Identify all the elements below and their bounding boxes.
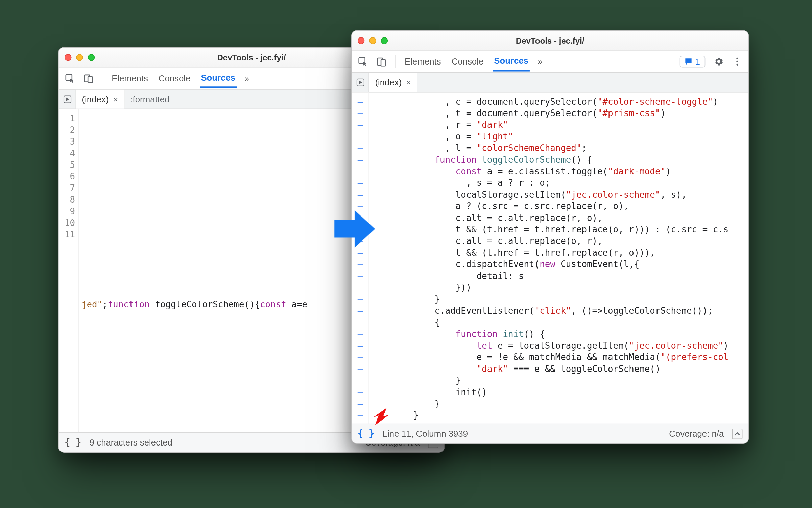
tab-sources[interactable]: Sources — [493, 51, 530, 71]
code-line[interactable]: function toggleColorScheme() { — [372, 154, 748, 166]
code-line[interactable]: { — [372, 316, 748, 328]
inspect-element-icon[interactable] — [358, 56, 368, 67]
issues-badge[interactable]: 1 — [680, 55, 705, 67]
pretty-print-icon[interactable]: { } — [358, 428, 375, 439]
device-toolbar-icon[interactable] — [376, 56, 387, 67]
titlebar[interactable]: DevTools - jec.fyi/ — [352, 31, 748, 50]
code-line[interactable]: , l = "colorSchemeChanged"; — [372, 142, 748, 154]
code-line[interactable]: const a = e.classList.toggle("dark-mode"… — [372, 166, 748, 177]
tab-elements[interactable]: Elements — [111, 69, 149, 88]
code-line[interactable]: c.alt = c.alt.replace(o, r), — [372, 235, 748, 247]
file-tabstrip: (index)× — [352, 73, 748, 92]
code-line[interactable]: init() — [372, 386, 748, 398]
code-line[interactable]: e = !e && matchMedia && matchMedia("(pre… — [372, 352, 748, 363]
code-line[interactable]: , t = document.querySelector("#prism-css… — [372, 107, 748, 119]
status-message: Line 11, Column 3939 — [383, 429, 468, 438]
navigator-toggle-icon[interactable] — [59, 90, 76, 109]
close-icon[interactable] — [65, 54, 72, 61]
issues-count: 1 — [695, 57, 700, 66]
svg-point-7 — [736, 57, 738, 59]
zoom-icon[interactable] — [381, 37, 388, 44]
code-line[interactable]: } — [372, 398, 748, 409]
code-line[interactable]: , o = "light" — [372, 131, 748, 142]
tab-sources[interactable]: Sources — [200, 68, 237, 88]
code-line[interactable]: function init() { — [372, 328, 748, 340]
code-line[interactable]: , s = a ? r : o; — [372, 177, 748, 189]
line-gutter: 1234567891011 — [59, 109, 79, 432]
file-tab-index[interactable]: (index)× — [76, 90, 124, 109]
minimize-icon[interactable] — [76, 54, 83, 61]
file-tab-label: (index) — [375, 77, 402, 87]
minimize-icon[interactable] — [369, 37, 376, 44]
code-line[interactable]: a ? (c.src = c.src.replace(r, o), — [372, 200, 748, 212]
window-title: DevTools - jec.fyi/ — [352, 36, 748, 45]
settings-icon[interactable] — [713, 56, 724, 67]
code-editor[interactable]: –––––––––––––––––––––––––––– , c = docum… — [352, 92, 748, 423]
svg-rect-2 — [88, 76, 92, 82]
code-line[interactable]: c.dispatchEvent(new CustomEvent(l,{ — [372, 258, 748, 270]
code-line[interactable]: t && (t.href = t.href.replace(r, o))), — [372, 247, 748, 258]
inspect-element-icon[interactable] — [65, 73, 75, 83]
file-tab-label: (index) — [82, 94, 109, 104]
file-tab-label: :formatted — [130, 94, 169, 104]
more-tabs-icon[interactable]: » — [245, 74, 249, 83]
code-line[interactable]: t && (t.href = t.href.replace(o, r))) : … — [372, 224, 748, 235]
line-gutter: –––––––––––––––––––––––––––– — [352, 92, 369, 423]
code-line[interactable]: "dark" === e && toggleColorScheme() — [372, 363, 748, 375]
kebab-menu-icon[interactable] — [732, 56, 742, 67]
close-icon[interactable] — [358, 37, 365, 44]
tab-console[interactable]: Console — [157, 69, 192, 88]
expand-pane-icon[interactable] — [732, 429, 742, 439]
code-line[interactable]: detail: s — [372, 270, 748, 282]
svg-point-9 — [736, 63, 738, 65]
close-tab-icon[interactable]: × — [406, 78, 411, 87]
message-icon — [684, 57, 693, 66]
code-line[interactable]: } — [372, 410, 748, 421]
file-tab-index[interactable]: (index)× — [369, 73, 417, 92]
code-area[interactable]: , c = document.querySelector("#color-sch… — [369, 92, 748, 423]
file-tab-formatted[interactable]: :formatted — [124, 90, 175, 109]
close-tab-icon[interactable]: × — [113, 95, 118, 104]
code-line[interactable]: , r = "dark" — [372, 119, 748, 131]
code-line[interactable]: , c = document.querySelector("#color-sch… — [372, 96, 748, 107]
navigator-toggle-icon[interactable] — [352, 73, 369, 92]
code-line[interactable]: localStorage.setItem("jec.color-scheme",… — [372, 189, 748, 200]
code-line[interactable]: })) — [372, 282, 748, 293]
device-toolbar-icon[interactable] — [83, 73, 94, 83]
code-line[interactable]: } — [372, 375, 748, 386]
devtools-window-right: DevTools - jec.fyi/ Elements Console Sou… — [351, 30, 749, 444]
tab-elements[interactable]: Elements — [404, 52, 442, 71]
status-message: 9 characters selected — [90, 437, 172, 447]
pretty-print-icon[interactable]: { } — [65, 437, 81, 448]
more-tabs-icon[interactable]: » — [538, 57, 542, 66]
coverage-status: Coverage: n/a — [669, 429, 724, 438]
code-line[interactable]: c.addEventListener("click", ()=>toggleCo… — [372, 305, 748, 316]
svg-point-8 — [736, 60, 738, 62]
code-line[interactable]: let e = localStorage.getItem("jec.color-… — [372, 340, 748, 351]
zoom-icon[interactable] — [88, 54, 95, 61]
tab-console[interactable]: Console — [450, 52, 485, 71]
status-bar: { } Line 11, Column 3939 Coverage: n/a — [352, 424, 748, 443]
main-toolbar: Elements Console Sources » 1 — [352, 51, 748, 73]
code-line[interactable]: } — [372, 294, 748, 305]
svg-rect-6 — [381, 59, 385, 66]
code-line[interactable]: c.alt = c.alt.replace(r, o), — [372, 212, 748, 224]
